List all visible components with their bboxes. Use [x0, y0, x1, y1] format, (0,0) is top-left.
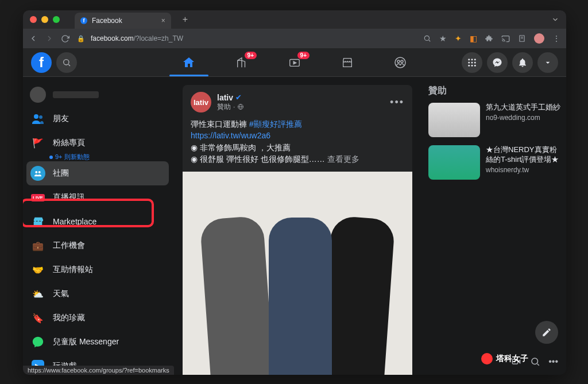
svg-point-19: [468, 64, 470, 66]
sidebar-label: 天氣: [53, 289, 69, 299]
groups-tab[interactable]: [376, 48, 424, 76]
sidebar-item-saved[interactable]: 🔖 我的珍藏: [26, 306, 169, 330]
pages-tab[interactable]: 9+: [218, 48, 266, 76]
tab-title: Facebook: [92, 17, 122, 25]
facebook-header: f 9+ 9+: [23, 48, 566, 77]
sponsored-item[interactable]: 第九大道英式手工婚紗 no9-wedding.com: [428, 103, 560, 137]
left-sidebar: 朋友 🚩 粉絲專頁 9+ 則新動態 社團 LIVE 直播視訊 Marketpla…: [23, 77, 172, 375]
svg-point-12: [401, 60, 403, 63]
account-button[interactable]: [537, 52, 558, 73]
sidebar-item-jobs[interactable]: 💼 工作機會: [26, 234, 169, 258]
sponsored-item[interactable]: ★台灣NERDY真實粉絲的T-shirt評價登場★ whoisnerdy.tw: [428, 145, 560, 180]
sponsored-thumbnail: [428, 103, 480, 137]
post-image[interactable]: [183, 172, 412, 375]
sidebar-label: 朋友: [53, 114, 69, 124]
fb-search-button[interactable]: [56, 52, 77, 73]
watermark-text: 塔科女子: [496, 354, 528, 364]
new-tab-button[interactable]: +: [183, 14, 188, 25]
minimize-window-button[interactable]: [41, 16, 48, 23]
tab-close-icon[interactable]: ×: [161, 17, 165, 25]
search-icon[interactable]: [423, 34, 431, 42]
feed: lativ lativ ✔ 贊助 · ••• 彈性束口運動褲 #顯瘦好評推薦 h…: [172, 77, 423, 375]
sponsored-text: ★台灣NERDY真實粉絲的T-shirt評價登場★: [486, 145, 560, 165]
cast-icon[interactable]: [501, 34, 510, 43]
forward-button[interactable]: [45, 34, 55, 43]
sidebar-item-messenger-kids[interactable]: 兒童版 Messenger: [26, 330, 169, 354]
globe-icon: [237, 103, 244, 110]
post-link[interactable]: https://lativ.tw/wuw2a6: [191, 131, 270, 140]
sponsored-domain: whoisnerdy.tw: [486, 166, 560, 174]
browser-menu-icon[interactable]: ⋮: [552, 34, 560, 43]
svg-point-25: [38, 171, 41, 173]
contacts-more-icon[interactable]: •••: [548, 356, 558, 367]
reading-list-icon[interactable]: [518, 34, 526, 42]
search-contacts-icon[interactable]: [530, 356, 540, 367]
notifications-button[interactable]: [512, 52, 533, 73]
community-help-icon: 🤝: [30, 262, 46, 278]
home-tab[interactable]: [165, 48, 213, 76]
post-avatar[interactable]: lativ: [191, 92, 211, 113]
svg-point-10: [395, 57, 405, 68]
extension-icon-1[interactable]: ✦: [455, 34, 462, 43]
hashtag-link[interactable]: #顯瘦好評推薦: [249, 119, 302, 129]
annotation-highlight: [23, 199, 154, 227]
sidebar-label: 工作機會: [53, 241, 85, 251]
lock-icon[interactable]: 🔒: [77, 35, 85, 42]
post-meta: 贊助 ·: [217, 102, 244, 112]
post-author[interactable]: lativ: [217, 93, 233, 102]
see-more-link[interactable]: 查看更多: [327, 154, 359, 164]
product-image: [200, 216, 275, 375]
svg-point-13: [468, 59, 470, 60]
fb-header-right: [462, 52, 558, 73]
browser-window: f Facebook × + 🔒 facebook.com/?locale=zh…: [23, 10, 566, 375]
url-host[interactable]: facebook.com/?locale=zh_TW: [91, 34, 183, 42]
extensions-menu-icon[interactable]: [485, 34, 493, 42]
sidebar-item-pages[interactable]: 🚩 粉絲專頁: [26, 131, 169, 155]
sponsored-domain: no9-wedding.com: [486, 114, 560, 122]
svg-line-7: [68, 64, 70, 66]
tab-overflow-icon[interactable]: [551, 15, 559, 24]
svg-line-1: [429, 40, 430, 41]
sidebar-profile[interactable]: [26, 83, 169, 107]
sidebar-label: 社團: [53, 168, 69, 179]
pages-badge: 9+: [245, 52, 257, 59]
watch-tab[interactable]: 9+: [270, 48, 319, 76]
sponsored-post: lativ lativ ✔ 贊助 · ••• 彈性束口運動褲 #顯瘦好評推薦 h…: [183, 85, 412, 367]
facebook-logo[interactable]: f: [31, 52, 52, 73]
svg-point-14: [471, 59, 473, 60]
maximize-window-button[interactable]: [53, 16, 60, 23]
browser-tab[interactable]: f Facebook ×: [75, 13, 171, 29]
titlebar: f Facebook × +: [23, 10, 566, 29]
friends-icon: [30, 111, 46, 127]
sidebar-item-community-help[interactable]: 🤝 互助情報站: [26, 258, 169, 282]
compose-button[interactable]: [535, 321, 558, 344]
extension-icon-2[interactable]: ◧: [470, 34, 477, 43]
messenger-kids-icon: [30, 334, 46, 350]
menu-grid-button[interactable]: [462, 52, 482, 73]
sidebar-item-friends[interactable]: 朋友: [26, 107, 169, 131]
sidebar-item-groups[interactable]: 社團: [26, 161, 169, 185]
weather-icon: ⛅: [30, 286, 46, 302]
svg-point-23: [39, 115, 42, 119]
sponsored-text: 第九大道英式手工婚紗: [486, 103, 560, 113]
back-button[interactable]: [29, 34, 39, 43]
close-window-button[interactable]: [30, 16, 37, 23]
sidebar-label: 兒童版 Messenger: [53, 337, 119, 347]
facebook-favicon: f: [80, 17, 87, 24]
svg-marker-9: [293, 61, 296, 64]
sponsored-title: 贊助: [428, 85, 560, 97]
reload-button[interactable]: [61, 34, 71, 43]
watermark-icon: [481, 353, 493, 364]
sidebar-item-weather[interactable]: ⛅ 天氣: [26, 282, 169, 306]
post-body: 彈性束口運動褲 #顯瘦好評推薦 https://lativ.tw/wuw2a6 …: [191, 118, 404, 165]
post-more-button[interactable]: •••: [390, 96, 404, 108]
bookmark-star-icon[interactable]: ★: [439, 34, 447, 43]
marketplace-tab[interactable]: [323, 48, 372, 76]
profile-avatar[interactable]: [534, 33, 544, 44]
messenger-button[interactable]: [487, 52, 508, 73]
svg-point-16: [468, 61, 470, 63]
svg-point-18: [474, 61, 476, 63]
url-bar: 🔒 facebook.com/?locale=zh_TW ★ ✦ ◧ ⋮: [23, 29, 566, 48]
post-header: lativ lativ ✔ 贊助 · •••: [191, 92, 404, 113]
groups-icon: [30, 165, 46, 181]
